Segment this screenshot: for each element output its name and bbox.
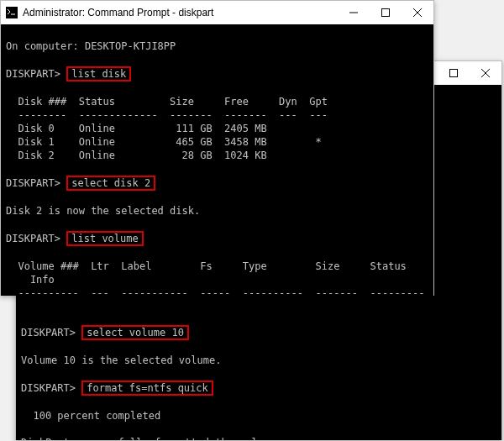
cmd-format: format fs=ntfs quick — [81, 381, 213, 396]
vol-header: Volume ### Ltr Label Fs Type Size Status — [6, 260, 407, 272]
window-controls-front — [338, 1, 433, 24]
table-row: Disk 2 Online 28 GB 1024 KB — [6, 150, 267, 161]
disk-divider: -------- ------------- ------- ------- -… — [6, 109, 328, 121]
msg-success: DiskPart successfully formatted the volu… — [21, 437, 282, 440]
svg-rect-3 — [450, 70, 458, 77]
terminal-front[interactable]: On computer: DESKTOP-KTJI8PP DISKPART> l… — [1, 24, 433, 296]
cmd-list-volume: list volume — [66, 231, 143, 246]
table-row: Disk 0 Online 111 GB 2405 MB — [6, 123, 267, 134]
prompt: DISKPART> — [6, 68, 60, 80]
window-title-front: Administrator: Command Prompt - diskpart — [23, 7, 213, 18]
disk-header: Disk ### Status Size Free Dyn Gpt — [6, 96, 328, 108]
cmd-icon — [6, 7, 18, 18]
table-row: Disk 1 Online 465 GB 3458 MB * — [6, 136, 322, 148]
msg-progress: 100 percent completed — [21, 410, 160, 422]
prompt: DISKPART> — [6, 177, 60, 189]
prompt: DISKPART> — [21, 327, 76, 339]
svg-rect-9 — [382, 9, 390, 17]
vol-header: Info — [6, 274, 55, 286]
titlebar-front[interactable]: Administrator: Command Prompt - diskpart — [1, 1, 433, 24]
cmd-list-disk: list disk — [66, 66, 131, 81]
minimize-button[interactable] — [338, 1, 370, 24]
cmd-select-volume: select volume 10 — [81, 325, 189, 340]
maximize-button[interactable] — [370, 1, 402, 24]
close-button[interactable] — [402, 1, 433, 24]
prompt: DISKPART> — [6, 233, 60, 244]
computer-line: On computer: DESKTOP-KTJI8PP — [6, 40, 176, 52]
close-button[interactable] — [470, 61, 501, 85]
prompt: DISKPART> — [21, 382, 76, 394]
msg-selected-disk: Disk 2 is now the selected disk. — [6, 205, 200, 217]
vol-divider: ---------- --- ----------- ----- -------… — [6, 287, 425, 296]
svg-rect-6 — [6, 7, 18, 18]
cmd-window-front: Administrator: Command Prompt - diskpart… — [0, 0, 434, 296]
msg-selected-volume: Volume 10 is the selected volume. — [21, 354, 221, 366]
maximize-button[interactable] — [438, 61, 470, 85]
cmd-select-disk: select disk 2 — [66, 176, 155, 191]
